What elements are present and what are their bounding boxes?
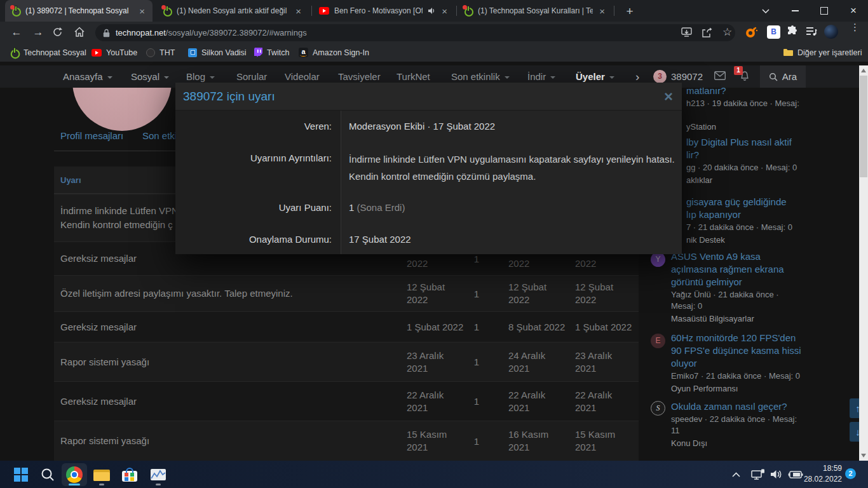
warning-date: 23 Aralık 2021 — [407, 342, 465, 381]
close-icon[interactable]: × — [294, 6, 302, 16]
page-scrollbar[interactable] — [859, 65, 868, 461]
tab-search-chevron-icon[interactable] — [751, 0, 780, 22]
window-maximize-button[interactable] — [810, 0, 839, 22]
install-site-icon[interactable] — [681, 27, 692, 37]
taskbar-search-button[interactable] — [35, 463, 60, 486]
thread-title-link[interactable]: 60Hz monitörde 120 FPS'den90 FPS'e düşün… — [671, 332, 836, 370]
tray-volume-icon[interactable] — [770, 461, 783, 488]
bookmark-star-icon[interactable]: ☆ — [722, 25, 732, 39]
search-label: Ara — [782, 71, 797, 82]
start-button[interactable] — [8, 463, 34, 486]
new-tab-button[interactable]: + — [621, 3, 638, 20]
scrollbar-down-arrow-icon[interactable] — [861, 454, 866, 458]
tab-profil-mesajlari[interactable]: Profil mesajları — [60, 130, 123, 146]
avatar[interactable]: E — [651, 334, 665, 348]
thread-title-link[interactable]: lby Digital Plus nasıl aktiflir? — [686, 136, 851, 161]
address-bar[interactable]: technopat.net/sosyal/uye/389072.389072/#… — [95, 24, 735, 41]
table-row: Gereksiz mesajlar 22 Aralık 2021 1 22 Ar… — [54, 381, 639, 421]
messages-envelope-icon[interactable] — [714, 71, 726, 80]
technopat-favicon-icon — [11, 6, 20, 15]
close-icon[interactable]: × — [598, 6, 606, 16]
thread-title-link[interactable]: gisayara güç geldiğindelıp kapanıyor — [686, 196, 851, 221]
browser-tab-2[interactable]: (1) Neden Sosyal artık aktif değil × — [156, 0, 309, 22]
field-label: Uyarı Puanı: — [175, 191, 341, 224]
forward-button[interactable]: → — [29, 24, 47, 41]
date: 28.02.2022 — [797, 474, 842, 485]
thread-category-link[interactable]: Oyun Performansı — [671, 383, 836, 395]
bookmark-label: THT — [159, 48, 175, 57]
bookmark-label: Technopat Sosyal — [24, 48, 86, 57]
window-close-button[interactable]: × — [839, 0, 868, 22]
browser-profile-avatar[interactable] — [824, 25, 838, 39]
avatar[interactable]: Y — [651, 252, 665, 267]
list-item: Okulda zaman nasıl geçer? speedev · 22 d… — [671, 400, 836, 449]
other-bookmarks-folder[interactable]: Diğer yer işaretleri — [783, 43, 862, 62]
taskbar-store-button[interactable] — [117, 463, 142, 486]
thread-category-link[interactable]: nik Destek — [686, 234, 851, 246]
warning-date: 12 Şubat 2022 — [508, 276, 567, 311]
warning-date: 12 Şubat 2022 — [407, 276, 465, 311]
avatar[interactable]: S — [651, 401, 665, 416]
warning-date: 16 Kasım 2021 — [508, 421, 567, 461]
bookmark-twitch[interactable]: Twitch — [254, 43, 289, 62]
nav-item-sosyal[interactable]: Sosyal — [131, 65, 169, 88]
technopat-favicon-icon — [464, 6, 473, 15]
bookmark-technopat[interactable]: Technopat Sosyal — [10, 43, 86, 62]
browser-tab-4[interactable]: (1) Technopat Sosyal Kuralları | Te × — [458, 0, 613, 22]
warning-reason: Gereksiz mesajlar — [60, 320, 403, 334]
home-button[interactable] — [74, 27, 92, 43]
bookmark-tht[interactable]: THT — [146, 43, 175, 62]
tab-separator — [614, 6, 614, 16]
share-icon[interactable] — [702, 27, 712, 37]
user-avatar-mini[interactable]: 3 — [653, 70, 667, 83]
browser-tab-1[interactable]: (1) 389072 | Technopat Sosyal × — [5, 0, 153, 22]
taskbar-chrome-button[interactable] — [62, 463, 87, 486]
search-button[interactable]: Ara — [760, 65, 806, 88]
extensions-puzzle-icon[interactable] — [787, 25, 798, 37]
tray-chevron-up-icon[interactable] — [732, 461, 740, 488]
thread-category-link[interactable]: yStation — [686, 121, 851, 133]
nav-label: Sosyal — [131, 71, 159, 82]
youtube-icon — [92, 49, 102, 57]
close-icon[interactable]: × — [138, 6, 146, 16]
nav-item-anasayfa[interactable]: Anasayfa — [63, 65, 112, 88]
table-row: Rapor sistemi yasağı 23 Aralık 2021 1 24… — [54, 342, 639, 381]
close-icon[interactable]: × — [440, 6, 449, 16]
nav-label: Tavsiyeler — [338, 71, 381, 82]
bitwarden-extension-icon[interactable]: B — [767, 25, 780, 39]
browser-menu-kebab-icon[interactable]: ⋮ — [850, 24, 859, 36]
window-minimize-button[interactable] — [780, 0, 810, 22]
thread-category-link[interactable]: aklıklar — [686, 175, 851, 186]
reload-button[interactable] — [52, 27, 70, 43]
tab-separator — [456, 6, 457, 16]
taskbar-clock[interactable]: 18:59 28.02.2022 — [797, 463, 842, 485]
thread-title-link[interactable]: ASUS Vento A9 kasaaçılmasına rağmen ekra… — [671, 250, 836, 288]
profile-avatar[interactable] — [72, 88, 172, 131]
bookmark-amazon[interactable]: a Amazon Sign-In — [299, 43, 369, 62]
scrollbar-thumb[interactable] — [860, 76, 867, 177]
playlist-extension-icon[interactable] — [806, 26, 817, 36]
scrollbar-up-arrow-icon[interactable] — [861, 69, 866, 72]
thread-category-link[interactable]: Masaüstü Bilgisayarlar — [671, 313, 836, 325]
thread-category-link[interactable]: Konu Dışı — [671, 438, 836, 449]
modal-row-veren: Veren: Moderasyon Ekibi · 17 Şubat 2022 — [175, 111, 682, 141]
tab-audio-speaker-icon[interactable] — [428, 7, 435, 15]
tray-network-icon[interactable] — [751, 461, 765, 488]
warning-reason: Rapor sistemi yasağı — [60, 434, 403, 448]
lock-icon — [103, 29, 110, 37]
list-item: gisayara güç geldiğindelıp kapanıyor 7 ·… — [686, 196, 851, 246]
taskbar-explorer-button[interactable] — [89, 463, 114, 486]
tab-separator — [311, 6, 312, 16]
file-explorer-icon — [93, 468, 110, 481]
notification-count-badge[interactable]: 2 — [845, 468, 856, 479]
back-button[interactable]: ← — [8, 24, 25, 41]
bookmark-label: YouTube — [106, 48, 137, 57]
browser-tab-3[interactable]: Ben Fero - Motivasyon [Offici × — [313, 0, 455, 22]
thread-title-link[interactable]: Okulda zaman nasıl geçer? — [671, 400, 836, 413]
table-row: Rapor sistemi yasağı 15 Kasım 2021 1 16 … — [54, 421, 639, 461]
close-icon[interactable]: × — [664, 89, 673, 104]
bookmark-youtube[interactable]: YouTube — [92, 43, 137, 62]
technopat-extension-icon[interactable] — [745, 26, 757, 39]
bookmark-silkon-vadisi[interactable]: Silkon Vadisi — [188, 43, 247, 62]
taskbar-task-manager-button[interactable] — [146, 463, 171, 486]
